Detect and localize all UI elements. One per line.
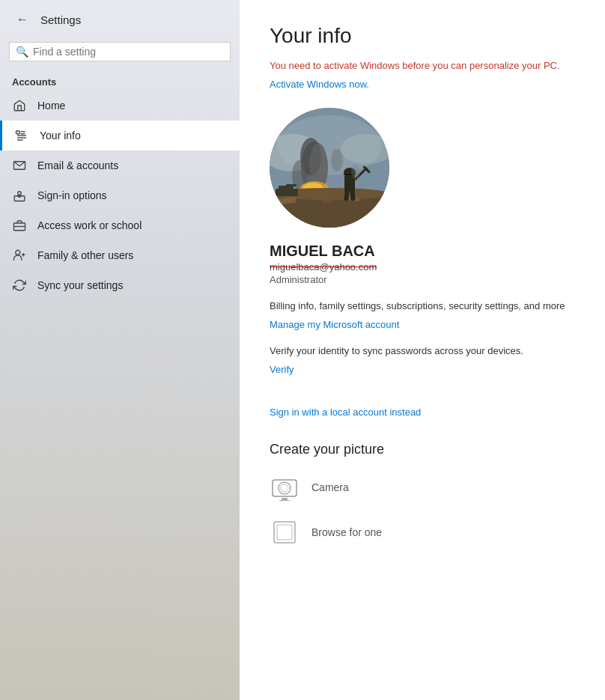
home-icon [12, 98, 27, 113]
accounts-section-label: Accounts [0, 70, 240, 91]
svg-rect-38 [350, 190, 355, 201]
svg-rect-44 [282, 498, 288, 500]
svg-rect-31 [286, 184, 297, 186]
family-other-users-label: Family & other users [37, 249, 133, 261]
person-add-icon [12, 248, 27, 263]
your-info-label: Your info [40, 130, 81, 141]
camera-icon [270, 472, 300, 502]
main-content: Your info You need to activate Windows b… [240, 0, 605, 700]
email-accounts-label: Email & accounts [37, 159, 118, 171]
sidebar: ← Settings 🔍 Accounts Home Y [0, 0, 240, 700]
sync-icon [12, 278, 27, 293]
sign-in-options-label: Sign-in options [37, 189, 107, 201]
svg-point-42 [279, 482, 291, 494]
user-role: Administrator [270, 274, 575, 285]
svg-point-39 [331, 149, 343, 171]
svg-point-11 [16, 250, 20, 255]
search-box[interactable]: 🔍 [9, 42, 231, 61]
manage-microsoft-account-link[interactable]: Manage my Microsoft account [270, 319, 399, 330]
verify-text: Verify your identity to sync passwords a… [270, 345, 575, 356]
camera-option[interactable]: Camera [270, 472, 575, 502]
verify-link[interactable]: Verify [270, 364, 294, 375]
browse-label: Browse for one [311, 526, 382, 538]
svg-point-20 [309, 143, 327, 185]
sign-in-local-account-link[interactable]: Sign in with a local account instead [270, 407, 421, 418]
search-icon: 🔍 [16, 46, 28, 58]
avatar-section [270, 108, 575, 228]
svg-rect-28 [322, 199, 333, 204]
svg-point-7 [18, 192, 22, 195]
billing-info-text: Billing info, family settings, subscript… [270, 300, 575, 311]
person-icon [14, 128, 29, 143]
activation-warning: You need to activate Windows before you … [270, 60, 575, 71]
access-work-label: Access work or school [37, 219, 142, 231]
avatar [270, 108, 389, 228]
home-label: Home [37, 100, 65, 112]
sync-settings-label: Sync your settings [37, 279, 123, 291]
page-title: Your info [270, 24, 575, 48]
camera-label: Camera [311, 481, 349, 493]
svg-rect-47 [277, 525, 292, 540]
sidebar-item-email-accounts[interactable]: Email & accounts [0, 150, 240, 180]
sidebar-item-access-work-school[interactable]: Access work or school [0, 210, 240, 240]
activate-windows-link[interactable]: Activate Windows now. [270, 79, 369, 90]
svg-rect-45 [279, 500, 290, 501]
sidebar-item-family-other-users[interactable]: Family & other users [0, 240, 240, 270]
sidebar-title: Settings [40, 13, 81, 26]
svg-rect-0 [16, 131, 20, 134]
sidebar-header: ← Settings [0, 0, 240, 39]
user-name: MIGUEL BACA [270, 243, 575, 260]
svg-point-40 [351, 164, 360, 179]
browse-icon [270, 517, 300, 547]
svg-point-43 [281, 484, 288, 492]
svg-rect-30 [279, 186, 294, 191]
back-button[interactable]: ← [12, 9, 33, 30]
briefcase-icon [12, 218, 27, 233]
sidebar-item-sync-settings[interactable]: Sync your settings [0, 270, 240, 300]
sidebar-item-home[interactable]: Home [0, 91, 240, 121]
user-email: miguelbaca@yahoo.com [270, 261, 575, 273]
email-icon [12, 158, 27, 173]
lock-icon [12, 188, 27, 203]
sidebar-item-sign-in-options[interactable]: Sign-in options [0, 180, 240, 210]
browse-option[interactable]: Browse for one [270, 517, 575, 547]
search-input[interactable] [33, 46, 224, 58]
sidebar-item-your-info[interactable]: Your info [0, 121, 240, 150]
create-picture-title: Create your picture [270, 442, 575, 457]
